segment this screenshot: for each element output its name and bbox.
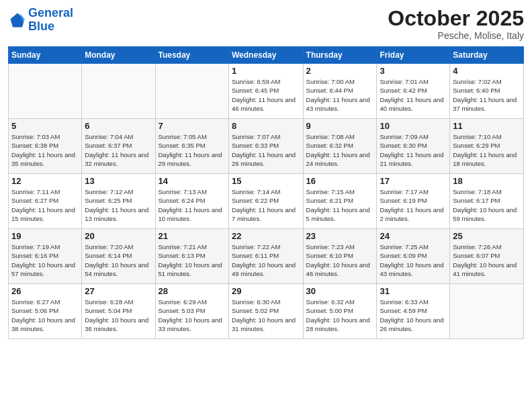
day-number: 9 xyxy=(306,121,374,131)
calendar-week-row: 19Sunrise: 7:19 AM Sunset: 6:16 PM Dayli… xyxy=(9,229,524,284)
day-number: 31 xyxy=(380,286,447,296)
calendar-day-cell: 2Sunrise: 7:00 AM Sunset: 6:44 PM Daylig… xyxy=(303,64,377,119)
day-info: Sunrise: 7:15 AM Sunset: 6:21 PM Dayligh… xyxy=(306,187,374,223)
day-number: 15 xyxy=(232,176,300,186)
header: General Blue October 2025 Pesche, Molise… xyxy=(8,7,524,41)
day-number: 22 xyxy=(232,231,300,241)
day-number: 5 xyxy=(11,121,79,131)
day-info: Sunrise: 7:07 AM Sunset: 6:33 PM Dayligh… xyxy=(232,132,300,168)
logo: General Blue xyxy=(8,7,73,34)
calendar-day-cell: 21Sunrise: 7:21 AM Sunset: 6:13 PM Dayli… xyxy=(155,229,228,284)
day-number: 13 xyxy=(85,176,152,186)
weekday-header-row: SundayMondayTuesdayWednesdayThursdayFrid… xyxy=(9,47,524,64)
calendar-day-cell: 18Sunrise: 7:18 AM Sunset: 6:17 PM Dayli… xyxy=(450,174,524,229)
day-number: 14 xyxy=(159,176,226,186)
location-subtitle: Pesche, Molise, Italy xyxy=(388,30,524,41)
day-info: Sunrise: 7:08 AM Sunset: 6:32 PM Dayligh… xyxy=(306,132,374,168)
day-number: 25 xyxy=(453,231,521,241)
day-info: Sunrise: 7:11 AM Sunset: 6:27 PM Dayligh… xyxy=(11,187,79,223)
calendar-day-cell xyxy=(82,64,155,119)
day-info: Sunrise: 7:23 AM Sunset: 6:10 PM Dayligh… xyxy=(306,242,374,278)
day-number: 21 xyxy=(159,231,226,241)
day-info: Sunrise: 7:26 AM Sunset: 6:07 PM Dayligh… xyxy=(453,242,521,278)
calendar-day-cell: 3Sunrise: 7:01 AM Sunset: 6:42 PM Daylig… xyxy=(377,64,450,119)
weekday-header: Thursday xyxy=(303,47,377,64)
calendar-container: General Blue October 2025 Pesche, Molise… xyxy=(0,0,532,411)
day-info: Sunrise: 7:12 AM Sunset: 6:25 PM Dayligh… xyxy=(85,187,152,223)
day-info: Sunrise: 7:01 AM Sunset: 6:42 PM Dayligh… xyxy=(380,77,447,113)
day-number: 10 xyxy=(380,121,447,131)
calendar-day-cell: 23Sunrise: 7:23 AM Sunset: 6:10 PM Dayli… xyxy=(303,229,377,284)
weekday-header: Tuesday xyxy=(155,47,228,64)
day-number: 28 xyxy=(159,286,226,296)
calendar-day-cell: 6Sunrise: 7:04 AM Sunset: 6:37 PM Daylig… xyxy=(82,119,155,174)
day-number: 27 xyxy=(85,286,152,296)
weekday-header: Monday xyxy=(82,47,155,64)
calendar-week-row: 26Sunrise: 6:27 AM Sunset: 5:06 PM Dayli… xyxy=(9,284,524,339)
logo-icon xyxy=(8,11,27,30)
day-info: Sunrise: 7:17 AM Sunset: 6:19 PM Dayligh… xyxy=(380,187,447,223)
calendar-day-cell: 13Sunrise: 7:12 AM Sunset: 6:25 PM Dayli… xyxy=(82,174,155,229)
day-number: 20 xyxy=(85,231,152,241)
calendar-day-cell xyxy=(155,64,228,119)
day-number: 16 xyxy=(306,176,374,186)
day-info: Sunrise: 7:14 AM Sunset: 6:22 PM Dayligh… xyxy=(232,187,300,223)
calendar-day-cell: 11Sunrise: 7:10 AM Sunset: 6:29 PM Dayli… xyxy=(450,119,524,174)
calendar-day-cell: 28Sunrise: 6:29 AM Sunset: 5:03 PM Dayli… xyxy=(155,284,228,339)
calendar-day-cell: 27Sunrise: 6:28 AM Sunset: 5:04 PM Dayli… xyxy=(82,284,155,339)
month-title: October 2025 xyxy=(388,7,524,30)
day-info: Sunrise: 7:05 AM Sunset: 6:35 PM Dayligh… xyxy=(159,132,226,168)
day-info: Sunrise: 6:59 AM Sunset: 6:45 PM Dayligh… xyxy=(232,77,300,113)
calendar-day-cell xyxy=(9,64,82,119)
day-number: 17 xyxy=(380,176,447,186)
calendar-day-cell: 4Sunrise: 7:02 AM Sunset: 6:40 PM Daylig… xyxy=(450,64,524,119)
day-number: 6 xyxy=(85,121,152,131)
day-info: Sunrise: 7:10 AM Sunset: 6:29 PM Dayligh… xyxy=(453,132,521,168)
day-info: Sunrise: 7:13 AM Sunset: 6:24 PM Dayligh… xyxy=(159,187,226,223)
day-info: Sunrise: 7:21 AM Sunset: 6:13 PM Dayligh… xyxy=(159,242,226,278)
day-info: Sunrise: 7:04 AM Sunset: 6:37 PM Dayligh… xyxy=(85,132,152,168)
day-info: Sunrise: 6:27 AM Sunset: 5:06 PM Dayligh… xyxy=(11,298,79,333)
day-info: Sunrise: 7:20 AM Sunset: 6:14 PM Dayligh… xyxy=(85,242,152,278)
calendar-day-cell: 17Sunrise: 7:17 AM Sunset: 6:19 PM Dayli… xyxy=(377,174,450,229)
day-number: 12 xyxy=(11,176,79,186)
day-info: Sunrise: 6:28 AM Sunset: 5:04 PM Dayligh… xyxy=(85,298,152,333)
calendar-day-cell: 26Sunrise: 6:27 AM Sunset: 5:06 PM Dayli… xyxy=(9,284,82,339)
calendar-day-cell: 15Sunrise: 7:14 AM Sunset: 6:22 PM Dayli… xyxy=(228,174,303,229)
day-number: 26 xyxy=(11,286,79,296)
calendar-day-cell: 5Sunrise: 7:03 AM Sunset: 6:38 PM Daylig… xyxy=(9,119,82,174)
calendar-day-cell: 30Sunrise: 6:32 AM Sunset: 5:00 PM Dayli… xyxy=(303,284,377,339)
day-number: 11 xyxy=(453,121,521,131)
calendar-day-cell: 24Sunrise: 7:25 AM Sunset: 6:09 PM Dayli… xyxy=(377,229,450,284)
day-info: Sunrise: 7:02 AM Sunset: 6:40 PM Dayligh… xyxy=(453,77,521,113)
day-number: 18 xyxy=(453,176,521,186)
calendar-day-cell: 1Sunrise: 6:59 AM Sunset: 6:45 PM Daylig… xyxy=(228,64,303,119)
calendar-day-cell: 8Sunrise: 7:07 AM Sunset: 6:33 PM Daylig… xyxy=(228,119,303,174)
calendar-day-cell: 7Sunrise: 7:05 AM Sunset: 6:35 PM Daylig… xyxy=(155,119,228,174)
calendar-day-cell: 12Sunrise: 7:11 AM Sunset: 6:27 PM Dayli… xyxy=(9,174,82,229)
day-info: Sunrise: 7:00 AM Sunset: 6:44 PM Dayligh… xyxy=(306,77,374,113)
day-number: 24 xyxy=(380,231,447,241)
calendar-day-cell: 29Sunrise: 6:30 AM Sunset: 5:02 PM Dayli… xyxy=(228,284,303,339)
day-number: 29 xyxy=(232,286,300,296)
calendar-week-row: 12Sunrise: 7:11 AM Sunset: 6:27 PM Dayli… xyxy=(9,174,524,229)
logo-text: General Blue xyxy=(28,7,73,34)
day-number: 8 xyxy=(232,121,300,131)
day-number: 1 xyxy=(232,66,300,76)
day-info: Sunrise: 6:33 AM Sunset: 4:59 PM Dayligh… xyxy=(380,298,447,333)
calendar-day-cell xyxy=(450,284,524,339)
day-info: Sunrise: 7:18 AM Sunset: 6:17 PM Dayligh… xyxy=(453,187,521,223)
calendar-week-row: 5Sunrise: 7:03 AM Sunset: 6:38 PM Daylig… xyxy=(9,119,524,174)
calendar-week-row: 1Sunrise: 6:59 AM Sunset: 6:45 PM Daylig… xyxy=(9,64,524,119)
calendar-day-cell: 10Sunrise: 7:09 AM Sunset: 6:30 PM Dayli… xyxy=(377,119,450,174)
calendar-day-cell: 20Sunrise: 7:20 AM Sunset: 6:14 PM Dayli… xyxy=(82,229,155,284)
day-info: Sunrise: 7:22 AM Sunset: 6:11 PM Dayligh… xyxy=(232,242,300,278)
day-number: 3 xyxy=(380,66,447,76)
day-info: Sunrise: 6:30 AM Sunset: 5:02 PM Dayligh… xyxy=(232,298,300,333)
calendar-day-cell: 9Sunrise: 7:08 AM Sunset: 6:32 PM Daylig… xyxy=(303,119,377,174)
day-number: 23 xyxy=(306,231,374,241)
day-info: Sunrise: 7:03 AM Sunset: 6:38 PM Dayligh… xyxy=(11,132,79,168)
day-number: 7 xyxy=(159,121,226,131)
calendar-day-cell: 25Sunrise: 7:26 AM Sunset: 6:07 PM Dayli… xyxy=(450,229,524,284)
day-info: Sunrise: 6:29 AM Sunset: 5:03 PM Dayligh… xyxy=(159,298,226,333)
